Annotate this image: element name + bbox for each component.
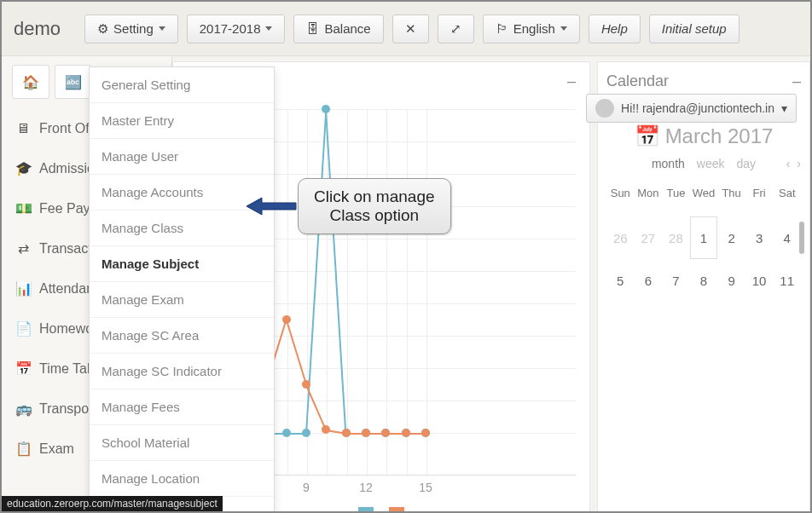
calendar-cell[interactable]: 11 [773, 259, 801, 302]
caret-icon [265, 26, 272, 31]
calendar-cell[interactable]: 3 [745, 216, 774, 259]
balance-label: Balance [324, 21, 370, 36]
nav-icon: ⇄ [15, 240, 31, 256]
user-menu[interactable]: Hi!! rajendra@junctiontech.in ▾ [586, 94, 797, 123]
x-tick: 9 [303, 481, 310, 494]
x-tick: 12 [359, 481, 373, 494]
next-month[interactable]: › [797, 157, 801, 170]
dow: Sun [606, 187, 635, 199]
calendar-icon: 📅 [635, 124, 660, 148]
nav-icon: 📅 [15, 360, 31, 377]
menu-item[interactable]: Manage Fees [90, 389, 274, 425]
month-label: March 2017 [665, 124, 774, 148]
svg-marker-0 [246, 198, 296, 215]
language-label: English [513, 21, 555, 36]
calendar-cell[interactable]: 27 [635, 216, 663, 259]
callout: Click on manage Class option [246, 178, 451, 234]
fullscreen-icon: ✕ [405, 21, 416, 37]
menu-item[interactable]: Manage SC Area [90, 318, 274, 354]
dow: Mon [635, 187, 663, 199]
caret-icon [560, 26, 567, 31]
menu-item[interactable]: General Setting [90, 67, 274, 103]
balance-button[interactable]: 🗄 Balance [293, 14, 383, 43]
help-button[interactable]: Help [589, 14, 641, 43]
calendar-cell[interactable]: 2 [717, 216, 745, 259]
dow: Wed [690, 187, 718, 199]
translate-button[interactable]: 🔤 [55, 65, 92, 99]
initial-label: Initial setup [662, 21, 727, 36]
menu-item[interactable]: Manage Subject [90, 246, 274, 282]
nav-icon: 📄 [15, 320, 31, 337]
collapse-button[interactable]: – [567, 72, 576, 90]
callout-bubble: Click on manage Class option [298, 178, 451, 234]
topbar: demo ⚙ Setting 2017-2018 🗄 Balance ✕ ⤢ 🏳… [2, 2, 810, 56]
arrow-icon [246, 195, 298, 217]
view-month[interactable]: month [652, 157, 685, 170]
nav-icon: 🖥 [15, 121, 31, 136]
legend [358, 507, 404, 512]
calendar-cell[interactable]: 7 [662, 259, 690, 302]
user-greeting: Hi!! rajendra@junctiontech.in [621, 101, 774, 115]
nav-icon: 💵 [15, 200, 31, 216]
database-icon: 🗄 [306, 21, 319, 36]
calendar-cell[interactable]: 4 [773, 216, 801, 259]
menu-item[interactable]: Master Entry [90, 103, 274, 139]
expand-button[interactable]: ⤢ [438, 14, 474, 43]
calendar-cell[interactable]: 6 [635, 259, 663, 302]
data-point [421, 429, 430, 437]
nav-icon: 🚌 [15, 401, 31, 417]
help-label: Help [601, 21, 628, 36]
nav-icon: 📊 [15, 280, 31, 297]
setting-label: Setting [113, 21, 154, 36]
callout-line1: Click on manage [314, 187, 435, 206]
setting-dropdown[interactable]: ⚙ Setting [84, 14, 178, 43]
brand: demo [14, 18, 61, 40]
calendar-cell[interactable]: 9 [717, 259, 745, 302]
home-icon: 🏠 [22, 74, 39, 90]
calendar-title: Calendar [606, 72, 669, 90]
nav-label: Exam [39, 441, 74, 457]
initial-setup-button[interactable]: Initial setup [649, 14, 740, 43]
menu-item[interactable]: Manage SC Indicator [90, 354, 274, 389]
dow: Sat [773, 187, 801, 199]
x-tick: 15 [419, 481, 432, 494]
view-week[interactable]: week [697, 157, 725, 170]
menu-item[interactable]: Manage Location [90, 461, 274, 497]
calendar-cell[interactable]: 26 [606, 216, 635, 259]
view-day[interactable]: day [737, 157, 757, 170]
gear-icon: ⚙ [97, 21, 108, 37]
setting-menu: General SettingMaster EntryManage UserMa… [89, 66, 275, 513]
calendar-cell[interactable]: 1 [690, 216, 718, 259]
status-bar: education.zeroerp.com/master/managesubje… [2, 496, 223, 511]
fullscreen-button[interactable]: ✕ [392, 14, 429, 43]
nav-icon: 📋 [15, 441, 31, 457]
language-dropdown[interactable]: 🏳 English [483, 14, 580, 43]
calendar-cell[interactable]: 28 [662, 216, 690, 259]
menu-item[interactable]: School Material [90, 425, 274, 461]
globe-icon: 🏳 [496, 21, 508, 36]
translate-icon: 🔤 [65, 74, 82, 90]
callout-line2: Class option [314, 206, 435, 225]
calendar-cell[interactable]: 10 [745, 259, 774, 302]
caret-icon [159, 26, 165, 31]
collapse-button[interactable]: – [792, 72, 801, 90]
dow: Thu [717, 187, 745, 199]
home-button[interactable]: 🏠 [12, 65, 49, 99]
expand-icon: ⤢ [450, 21, 461, 37]
nav-icon: 🎓 [15, 160, 31, 176]
year-dropdown[interactable]: 2017-2018 [187, 14, 286, 43]
avatar [595, 99, 614, 118]
calendar-cell[interactable]: 8 [690, 259, 718, 302]
dow: Fri [745, 187, 774, 199]
dow: Tue [662, 187, 690, 199]
year-label: 2017-2018 [200, 21, 261, 36]
calendar-card: Calendar – 📅 March 2017 month week day ‹… [597, 61, 810, 513]
prev-month[interactable]: ‹ [786, 157, 791, 170]
calendar-month: 📅 March 2017 [606, 124, 801, 148]
menu-item[interactable]: Manage Exam [90, 282, 274, 318]
calendar-cell[interactable]: 5 [606, 259, 635, 302]
menu-item[interactable]: Manage User [90, 139, 274, 175]
chevron-down-icon: ▾ [781, 101, 787, 115]
